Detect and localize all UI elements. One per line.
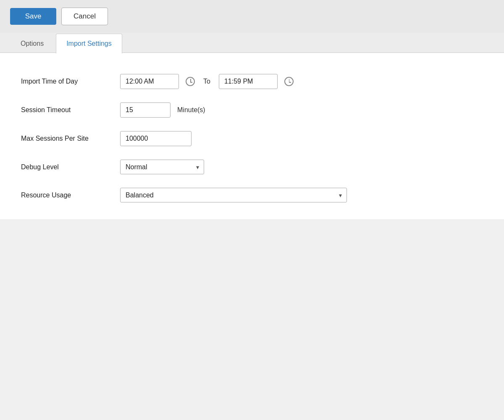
- import-time-label: Import Time of Day: [21, 78, 113, 85]
- page-container: Save Cancel Options Import Settings Impo…: [0, 0, 504, 420]
- import-time-from-input[interactable]: [120, 74, 179, 89]
- resource-usage-select[interactable]: Balanced Low High Custom: [120, 188, 347, 202]
- resource-usage-label: Resource Usage: [21, 192, 113, 199]
- session-timeout-input[interactable]: [120, 102, 171, 118]
- session-timeout-row: Session Timeout Minute(s): [21, 102, 483, 118]
- max-sessions-input[interactable]: [120, 131, 192, 146]
- debug-level-label: Debug Level: [21, 163, 113, 171]
- toolbar: Save Cancel: [0, 0, 504, 33]
- max-sessions-label: Max Sessions Per Site: [21, 135, 113, 142]
- tab-import-settings[interactable]: Import Settings: [56, 34, 122, 53]
- tabs-bar: Options Import Settings: [0, 33, 504, 53]
- import-time-to-input[interactable]: [219, 74, 278, 89]
- max-sessions-row: Max Sessions Per Site: [21, 131, 483, 146]
- cancel-button[interactable]: Cancel: [61, 8, 108, 25]
- minutes-label: Minute(s): [177, 106, 205, 114]
- session-timeout-label: Session Timeout: [21, 106, 113, 114]
- resource-usage-row: Resource Usage Balanced Low High Custom: [21, 188, 483, 202]
- debug-level-select[interactable]: Normal Verbose Debug None: [120, 160, 204, 174]
- resource-usage-select-wrapper: Balanced Low High Custom: [120, 188, 347, 202]
- save-button[interactable]: Save: [10, 8, 56, 25]
- content-area: Import Time of Day To Session Timeout Mi…: [0, 53, 504, 219]
- clock-to-icon[interactable]: [284, 77, 294, 86]
- form-section: Import Time of Day To Session Timeout Mi…: [21, 74, 483, 202]
- clock-from-icon[interactable]: [186, 77, 195, 86]
- debug-level-select-wrapper: Normal Verbose Debug None: [120, 160, 204, 174]
- import-time-row: Import Time of Day To: [21, 74, 483, 89]
- to-label: To: [203, 78, 210, 85]
- debug-level-row: Debug Level Normal Verbose Debug None: [21, 160, 483, 174]
- tab-options[interactable]: Options: [10, 34, 54, 53]
